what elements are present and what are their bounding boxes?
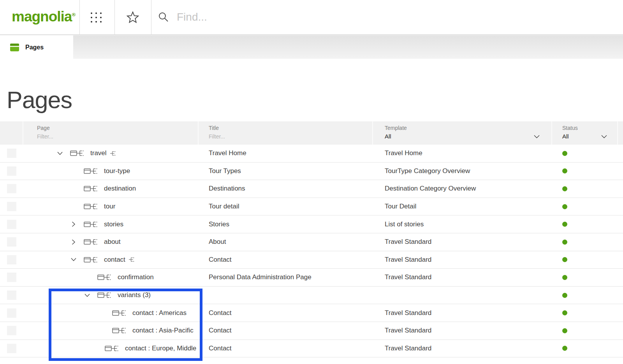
table-row[interactable]: tour-type Tour Types TourType Category O… — [0, 163, 623, 180]
favorites-star-icon[interactable] — [126, 10, 140, 26]
status-dot — [562, 222, 567, 227]
table-row[interactable]: contact : Europe, Middle East & A Contac… — [0, 340, 623, 358]
page-title-cell: Tour detail — [199, 198, 373, 215]
page-title: Pages — [7, 86, 72, 114]
table-row[interactable]: contact Contact Travel Standard — [0, 251, 623, 269]
magnolia-logo[interactable]: magnolia® — [12, 9, 75, 25]
tree-cell: about — [23, 233, 199, 251]
status-dot — [562, 240, 567, 245]
row-checkbox[interactable] — [7, 184, 16, 193]
chevron-down-icon[interactable] — [601, 135, 607, 138]
page-icon — [105, 346, 112, 351]
expand-chevron-icon[interactable] — [81, 294, 97, 297]
page-template-cell: Travel Standard — [373, 340, 552, 357]
status-dot — [562, 257, 567, 262]
row-checkbox[interactable] — [7, 220, 16, 229]
expand-chevron-icon[interactable] — [67, 222, 84, 226]
pages-app-icon — [10, 43, 19, 52]
row-checkbox[interactable] — [7, 237, 16, 247]
tab-label: Pages — [25, 44, 44, 51]
page-title-cell: Contact — [199, 251, 373, 269]
expand-chevron-icon[interactable] — [67, 187, 84, 191]
table-row[interactable]: stories Stories List of stories — [0, 215, 623, 233]
table-row[interactable]: about About Travel Standard — [0, 233, 623, 251]
template-filter-select[interactable]: All — [385, 133, 551, 140]
tab-pages[interactable]: Pages — [0, 35, 73, 59]
header-page-column[interactable]: Page Filter... — [23, 121, 199, 145]
status-filter-select[interactable]: All — [562, 133, 617, 140]
variants-icon — [77, 150, 84, 156]
header-status-column[interactable]: Status All — [552, 121, 618, 145]
page-name: contact : Europe, Middle East & A — [125, 345, 199, 352]
status-dot — [562, 346, 567, 351]
header-template-column[interactable]: Template All — [373, 121, 552, 145]
page-name: contact — [104, 256, 125, 264]
page-icon — [97, 292, 104, 298]
find-search-field[interactable]: Find... — [157, 11, 207, 23]
table-row[interactable]: variants (3) — [0, 287, 623, 304]
header-title-column[interactable]: Title Filter... — [199, 121, 373, 145]
row-checkbox[interactable] — [7, 326, 16, 335]
page-name: stories — [104, 220, 123, 228]
page-icon — [84, 168, 91, 174]
page-name: tour — [104, 203, 115, 210]
expand-chevron-icon[interactable] — [67, 258, 84, 261]
row-checkbox[interactable] — [7, 202, 16, 211]
row-checkbox[interactable] — [7, 308, 16, 318]
app-launcher-icon[interactable] — [89, 11, 103, 24]
page-name: tour-type — [104, 167, 130, 175]
expand-chevron-icon[interactable] — [96, 346, 105, 350]
tree-cell: variants (3) — [23, 287, 199, 304]
page-icon — [84, 222, 91, 227]
page-name: confirmation — [118, 273, 154, 281]
page-title-cell: Contact — [199, 322, 373, 340]
page-filter-input[interactable]: Filter... — [37, 133, 198, 140]
page-icon — [84, 204, 91, 209]
tree-cell: confirmation — [23, 269, 199, 286]
page-name: variants (3) — [118, 291, 151, 299]
tree-cell: contact : Europe, Middle East & A — [23, 340, 199, 357]
table-row[interactable]: destination Destinations Destination Cat… — [0, 180, 623, 198]
page-template-cell: Travel Standard — [373, 322, 552, 340]
table-row[interactable]: travel Travel Home Travel Home — [0, 145, 623, 163]
expand-chevron-icon[interactable] — [67, 240, 84, 244]
page-template-cell: Travel Standard — [373, 304, 552, 322]
variants-icon — [112, 345, 119, 352]
expand-chevron-icon[interactable] — [67, 169, 84, 173]
variants-badge-icon — [110, 151, 116, 156]
variants-icon — [91, 221, 98, 228]
expand-chevron-icon[interactable] — [96, 329, 112, 332]
row-checkbox[interactable] — [7, 344, 16, 353]
page-title-cell: Contact — [199, 304, 373, 322]
status-dot — [562, 204, 567, 209]
expand-chevron-icon[interactable] — [54, 152, 70, 155]
header-spacer-column — [618, 121, 623, 145]
expand-chevron-icon[interactable] — [81, 276, 97, 279]
title-filter-input[interactable]: Filter... — [209, 133, 372, 140]
page-name: about — [104, 238, 121, 246]
page-template-cell: List of stories — [373, 215, 552, 233]
page-template-cell — [373, 287, 552, 304]
row-checkbox[interactable] — [7, 273, 16, 282]
table-row[interactable]: tour Tour detail Tour Detail — [0, 198, 623, 216]
table-row[interactable]: contact : Americas Contact Travel Standa… — [0, 304, 623, 322]
row-checkbox[interactable] — [7, 149, 16, 158]
table-row[interactable]: contact : Asia-Pacific Contact Travel St… — [0, 322, 623, 340]
row-checkbox[interactable] — [7, 255, 16, 264]
expand-chevron-icon[interactable] — [67, 205, 84, 208]
page-template-cell: Travel Standard — [373, 251, 552, 269]
row-checkbox[interactable] — [7, 166, 16, 176]
app-header: magnolia® Find... — [0, 0, 623, 35]
row-checkbox[interactable] — [7, 290, 16, 300]
table-row[interactable]: confirmation Personal Data Administratio… — [0, 269, 623, 287]
chevron-down-icon[interactable] — [534, 135, 540, 138]
page-template-cell: Travel Home — [373, 145, 552, 162]
page-template-cell: TourType Category Overview — [373, 163, 552, 180]
tree-cell: stories — [23, 215, 199, 233]
expand-chevron-icon[interactable] — [96, 311, 112, 315]
page-template-cell: Destination Category Overview — [373, 180, 552, 198]
status-dot — [562, 151, 567, 156]
tree-cell: tour-type — [23, 163, 199, 180]
tree-cell: destination — [23, 180, 199, 198]
variants-icon — [119, 327, 127, 334]
